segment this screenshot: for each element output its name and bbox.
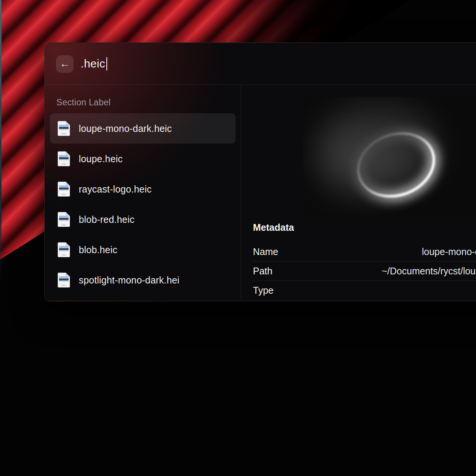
list-item[interactable]: PNG blob.heic [50, 235, 236, 265]
list-item-label: raycast-logo.heic [79, 184, 151, 195]
search-query-text: .heic [81, 57, 105, 70]
metadata-label: Type [253, 281, 273, 300]
metadata-value: loupe-mono-dark.heic [422, 242, 476, 261]
list-item-label: blob.heic [79, 244, 117, 255]
list-item[interactable]: PNG loupe-mono-dark.heic [50, 113, 236, 144]
metadata-fields: Name loupe-mono-dark.heic Path ~/Documen… [252, 242, 476, 300]
search-input[interactable]: .heic [81, 43, 107, 85]
png-file-icon: PNG [58, 151, 70, 166]
metadata-row-name: Name loupe-mono-dark.heic [252, 242, 476, 261]
png-file-icon: PNG [58, 212, 70, 227]
metadata-label: Name [253, 242, 278, 261]
png-file-icon: PNG [58, 182, 70, 197]
metadata-label: Path [253, 261, 272, 280]
png-badge: PNG [62, 193, 66, 196]
section-label: Section Label [56, 97, 111, 108]
png-badge: PNG [62, 254, 66, 256]
list-item[interactable]: PNG loupe.heic [50, 144, 236, 174]
list-item-label: loupe-mono-dark.heic [79, 123, 172, 134]
png-file-icon: PNG [58, 272, 70, 288]
list-item[interactable]: PNG raycast-logo.heic [50, 174, 236, 204]
search-bar[interactable]: ← .heic [45, 43, 476, 85]
metadata-row-path: Path ~/Documents/rycst/loupe-mono-dark.h… [252, 261, 476, 281]
list-item[interactable]: PNG spotlight-mono-dark.hei [50, 265, 236, 295]
back-button[interactable]: ← [56, 55, 73, 73]
png-badge: PNG [62, 284, 66, 287]
list-item[interactable]: PNG blob-red.heic [50, 204, 236, 235]
wallpaper-left-edge [0, 0, 2, 280]
results-list: PNG loupe-mono-dark.heic PNG loupe.heic [50, 113, 236, 295]
png-file-icon: PNG [58, 242, 70, 257]
list-item-label: blob-red.heic [79, 214, 134, 225]
png-badge: PNG [62, 224, 66, 226]
metadata-row-type: Type [252, 281, 476, 300]
back-arrow-icon: ← [60, 59, 70, 69]
text-cursor [106, 57, 108, 70]
metadata-title: Metadata [253, 222, 294, 233]
preview-image [303, 97, 476, 216]
glow-ring-graphic [303, 97, 476, 216]
metadata-value: ~/Documents/rycst/loupe-mono-dark.heic [382, 261, 476, 280]
detail-panel: Metadata Name loupe-mono-dark.heic Path … [241, 85, 476, 301]
png-file-icon: PNG [58, 121, 70, 136]
list-item-label: spotlight-mono-dark.hei [79, 275, 179, 286]
png-badge: PNG [62, 163, 66, 165]
launcher-window: ← .heic Section Label PNG loupe-mono-dar… [44, 42, 476, 301]
list-item-label: loupe.heic [79, 153, 123, 164]
results-panel: Section Label PNG loupe-mono-dark.heic [45, 85, 241, 301]
png-badge: PNG [62, 133, 66, 135]
